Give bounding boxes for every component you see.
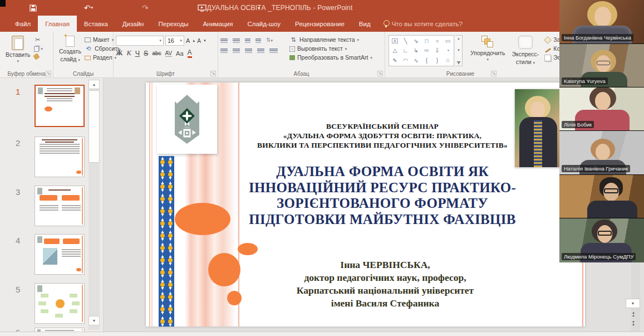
thumbnail-scrollbar[interactable]: ▲ ▼: [89, 80, 100, 330]
participant-video-1[interactable]: Інна Богданівна Червінська: [559, 0, 644, 43]
align-text-button[interactable]: ↕Выровнять текст▾: [289, 45, 372, 52]
italic-button[interactable]: К: [126, 49, 131, 57]
seminar-header: ВСЕУКРАЇНСЬКИЙ СЕМІНАР «ДУАЛЬНА ФОРМА ЗД…: [224, 121, 541, 150]
participant-video-6[interactable]: Людмила Міронець СумДПУ: [559, 218, 644, 262]
quick-styles-button[interactable]: Экспресс- стили ▾: [508, 34, 542, 67]
shape-star[interactable]: ☆: [445, 57, 450, 64]
paste-button[interactable]: Вставить ▾: [2, 34, 34, 65]
thumbnail-scroll-down[interactable]: ▼: [89, 316, 100, 325]
convert-smartart-button[interactable]: Преобразовать в SmartArt▾: [289, 54, 372, 61]
slide-thumbnail-4[interactable]: [35, 234, 85, 275]
character-spacing-button[interactable]: AV: [165, 50, 173, 57]
shape-right-arrow[interactable]: ⇨: [424, 47, 429, 53]
bold-button[interactable]: Ж: [116, 49, 122, 57]
shape-curve[interactable]: ∿: [414, 57, 418, 64]
shapes-scroll-down[interactable]: ▼: [457, 48, 460, 52]
shape-rounded-rectangle[interactable]: ▭: [445, 38, 450, 44]
align-center-icon[interactable]: [233, 47, 240, 53]
numbering-icon[interactable]: [233, 37, 240, 43]
clipboard-dialog-launcher[interactable]: ⇘: [46, 71, 51, 76]
shape-partial-circle[interactable]: ◔: [446, 47, 449, 53]
participant-video-3[interactable]: Лілія Бобик: [559, 87, 644, 130]
line-spacing-icon[interactable]: ⇅▾: [266, 37, 273, 43]
align-right-icon[interactable]: [245, 47, 252, 53]
shape-line[interactable]: ╲: [404, 38, 407, 44]
shape-arrow[interactable]: ⇘: [414, 38, 418, 44]
shapes-scroll-up[interactable]: ▲: [457, 37, 460, 40]
tab-slideshow[interactable]: Слайд-шоу: [240, 16, 288, 32]
slide-thumbnail-1[interactable]: [35, 85, 85, 127]
decrease-indent-icon[interactable]: [245, 37, 250, 43]
shape-scribble[interactable]: ✎: [392, 57, 397, 64]
tell-me-box[interactable]: Что вы хотите сделать?: [378, 16, 468, 32]
cut-button[interactable]: ✂: [34, 36, 43, 43]
align-text-icon: ↕: [289, 46, 295, 52]
font-size-input[interactable]: 16▾: [165, 36, 184, 46]
arrange-button[interactable]: Упорядочить ▾: [467, 34, 508, 64]
font-color-button[interactable]: А: [188, 48, 192, 58]
video-conference-sidebar: Інна Богданівна Червінська Kateryna Yury…: [559, 0, 644, 262]
shape-rectangle[interactable]: □: [425, 38, 428, 44]
scroll-down-button[interactable]: ▼: [626, 299, 640, 308]
shape-textbox[interactable]: A: [392, 38, 398, 43]
shape-triangle[interactable]: △: [393, 47, 397, 53]
participant-video-4[interactable]: Наталія Іванівна Гричаник: [559, 131, 644, 174]
clipboard-group-label: Буфер обмена: [0, 71, 53, 77]
font-group: ▾ 16▾ А▲ А▼ Ж К Ч S abc AV Aa А Шрифт ⇘: [114, 32, 218, 77]
shape-left-brace[interactable]: {: [426, 57, 427, 64]
new-slide-button[interactable]: Создать слайд ▾: [56, 34, 85, 64]
text-direction-button[interactable]: ⇅Направление текста▾: [289, 36, 372, 43]
tab-review[interactable]: Рецензирование: [288, 16, 352, 32]
tab-transitions[interactable]: Переходы: [151, 16, 195, 32]
font-name-input[interactable]: ▾: [116, 36, 164, 46]
previous-slide-button[interactable]: ▲▲: [628, 310, 638, 318]
slide-thumbnail-3[interactable]: [35, 186, 85, 226]
shapes-more-button[interactable]: ▬▼: [457, 60, 460, 65]
format-painter-button[interactable]: [34, 54, 43, 59]
drawing-dialog-launcher[interactable]: ⇘: [491, 71, 496, 76]
shrink-font-button[interactable]: А▼: [197, 37, 207, 45]
slide-thumbnail-2[interactable]: [35, 137, 85, 177]
shape-right-brace[interactable]: }: [436, 57, 438, 64]
font-dialog-launcher[interactable]: ⇘: [210, 71, 216, 76]
copy-button[interactable]: ▾: [34, 45, 43, 52]
drawing-group: A ╲ ⇘ □ ○ ▭ △ ∟ ↳ ⇨ ⇩ ◔ ✎ ◠ ∿ { }: [385, 32, 580, 77]
slide-canvas[interactable]: ВСЕУКРАЇНСЬКИЙ СЕМІНАР «ДУАЛЬНА ФОРМА ЗД…: [146, 82, 585, 327]
ribbon: Вставить ▾ ✂ ▾ Буфер обмена ⇘ Создать сл…: [0, 32, 644, 78]
underline-button[interactable]: Ч: [135, 50, 140, 57]
grow-font-button[interactable]: А▲: [186, 37, 195, 45]
shape-outline-icon: [544, 46, 551, 52]
thumbnail-scroll-thumb[interactable]: [89, 90, 100, 163]
bullets-icon[interactable]: [220, 37, 228, 43]
slide-thumbnail-5[interactable]: [35, 283, 85, 324]
tab-view[interactable]: Вид: [352, 16, 378, 32]
participant-name: Лілія Бобик: [562, 121, 594, 128]
justify-icon[interactable]: [257, 47, 264, 53]
thumbnail-scroll-up[interactable]: ▲: [89, 80, 100, 89]
shape-elbow[interactable]: ∟: [403, 47, 409, 53]
tab-animations[interactable]: Анимация: [195, 16, 240, 32]
shape-elbow-arrow[interactable]: ↳: [414, 47, 418, 53]
change-case-button[interactable]: Aa: [176, 50, 183, 57]
tab-design[interactable]: Дизайн: [115, 16, 151, 32]
slides-group: Создать слайд ▾ Макет▾ ⟲Сбросить Раздел▾…: [53, 32, 114, 77]
increase-indent-icon[interactable]: [255, 37, 261, 43]
next-slide-button[interactable]: ▼▼: [628, 319, 638, 328]
participant-video-5[interactable]: [559, 175, 644, 218]
shape-oval[interactable]: ○: [435, 38, 439, 44]
powerpoint-window: ↶▾ ↷ ▾ ДУАЛЬНА ОСВІТА _ТЕРНОПІЛЬ - Power…: [0, 0, 644, 336]
participant-name: Інна Богданівна Червінська: [562, 34, 633, 41]
align-left-icon[interactable]: [220, 47, 228, 53]
tab-home[interactable]: Главная: [38, 16, 77, 32]
tab-file[interactable]: Файл: [8, 16, 38, 32]
shape-fill-icon: [544, 36, 552, 44]
text-shadow-button[interactable]: abc: [152, 50, 161, 56]
columns-icon[interactable]: [269, 47, 278, 53]
shape-down-arrow[interactable]: ⇩: [435, 47, 439, 53]
participant-video-2[interactable]: Kateryna Yuryeva: [559, 44, 644, 87]
tab-insert[interactable]: Вставка: [77, 16, 115, 32]
shape-arc[interactable]: ◠: [403, 57, 408, 64]
font-group-label: Шрифт: [114, 71, 218, 77]
strikethrough-button[interactable]: S: [144, 50, 148, 57]
paragraph-group: ⇅▾ ⇅Направление текста▾ ↕Выровнять текст…: [218, 32, 385, 77]
